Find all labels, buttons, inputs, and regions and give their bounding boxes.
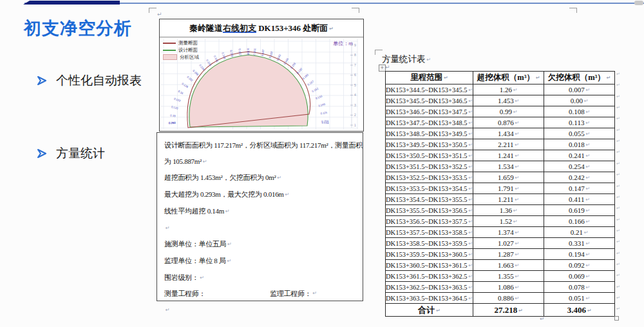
row-end-mark: ↵	[616, 172, 620, 177]
row-end-mark: ↵	[616, 150, 620, 155]
tunnel-section-chart: 987654321 0.2930.2530.190.1230.1220.160.…	[160, 37, 363, 131]
cell-mileage: DK153+350.5~DK153+351.5↵	[386, 150, 473, 161]
chart-title-text: 秦岭隧道	[189, 23, 223, 33]
scrollbar-fragment	[634, 1, 643, 5]
report-paragraph: 线性平均超挖 0.14m↵	[164, 203, 355, 220]
row-end-mark: ↵	[616, 217, 620, 223]
svg-text:3: 3	[354, 103, 356, 107]
volume-table: 里程范围↵ 超挖体积（m³）↵ 欠挖体积（m³）↵ DK153+344.5~DK…	[385, 71, 615, 317]
measurement-label: 0.253	[169, 121, 176, 124]
report-paragraph: 最大超挖为 0.293m，最大欠挖为 0.016m↵	[164, 186, 355, 203]
cell-mileage: DK153+362.5~DK153+363.5↵	[386, 282, 473, 293]
table-row: DK153+346.5~DK153+347.5↵0.99↵0.108↵	[386, 106, 615, 117]
cell-underbreak: 0.147↵	[544, 183, 615, 194]
measurement-label: 0.147	[261, 49, 265, 57]
margin-crop-mark	[352, 8, 359, 13]
svg-text:7: 7	[354, 63, 356, 67]
cell-mileage: DK153+354.5~DK153+355.5↵	[386, 194, 473, 205]
row-end-mark: ↵	[616, 184, 620, 189]
analysis-text-box: 设计断面面积为 117.217m²，分析区域面积为 117.217m²，测量面积…	[156, 132, 363, 301]
row-end-mark: ↵	[616, 251, 620, 256]
cell-underbreak: 0.194↵	[544, 249, 615, 260]
cell-overbreak: 0.876↵	[473, 117, 544, 128]
table-row: DK153+356.5~DK153+357.5↵1.52↵0.166↵	[386, 216, 615, 227]
row-end-mark: ↵	[616, 262, 620, 267]
cell-underbreak: 0.018↵	[544, 139, 615, 150]
table-row: DK153+344.5~DK153+345.5↵1.26↵0.007↵	[386, 84, 615, 95]
cell-mileage: DK153+347.5~DK153+348.5↵	[386, 117, 473, 128]
table-row: DK153+357.5~DK153+358.5↵1.374↵0.21↵	[386, 227, 615, 238]
cell-underbreak: 0.092↵	[544, 260, 615, 271]
chart-legend: 测量断面设计断面分析区域	[163, 40, 199, 60]
paragraph-mark: ↵	[329, 26, 334, 32]
legend-swatch	[163, 43, 176, 44]
cell-underbreak: 0.242↵	[544, 172, 615, 183]
cell-overbreak: 0.886↵	[473, 293, 544, 304]
measurement-label: 0.144	[283, 57, 289, 65]
row-end-mark: ↵	[616, 228, 620, 233]
unit-label: 单位：m	[333, 40, 353, 47]
svg-text:4: 4	[354, 93, 356, 97]
table-row: DK153+361.5~DK153+362.5↵1.355↵0.069↵	[386, 271, 615, 282]
arrow-bullet-icon	[37, 149, 47, 158]
table-row: DK153+362.5~DK153+363.5↵1.086↵0.078↵	[386, 282, 615, 293]
cell-overbreak: 1.36↵	[473, 205, 544, 216]
measurement-label: 0.158	[247, 48, 250, 55]
table-row: DK153+358.5~DK153+359.5↵1.027↵0.331↵	[386, 238, 615, 249]
measurement-label: 0.155	[229, 50, 234, 57]
report-paragraph: 设计断面面积为 117.217m²，分析区域面积为 117.217m²，测量面积	[164, 137, 355, 154]
row-end-mark: ↵	[616, 139, 620, 144]
arrow-bullet-icon	[37, 76, 47, 85]
header-overbreak: 超挖体积（m³）↵	[473, 72, 544, 84]
cell-overbreak: 1.355↵	[473, 271, 544, 282]
total-underbreak: 3.406↵	[544, 304, 615, 317]
cell-underbreak: 0.21↵	[544, 227, 615, 238]
cell-mileage: DK153+361.5~DK153+362.5↵	[386, 271, 473, 282]
svg-text:5: 5	[354, 83, 356, 87]
legend-item: 测量断面	[163, 40, 199, 46]
table-row: DK153+360.5~DK153+361.5↵1.663↵0.092↵	[386, 260, 615, 271]
cell-overbreak: 0.99↵	[473, 106, 544, 117]
chart-title-text: DK153+346 处断面	[256, 23, 328, 33]
report-paragraph: ↵	[164, 220, 355, 237]
cell-mileage: DK153+357.5~DK153+358.5↵	[386, 227, 473, 238]
measurement-label: 0.141	[213, 55, 219, 63]
cell-overbreak: 1.434↵	[473, 128, 544, 139]
chart-title-link[interactable]: 右线初支	[223, 23, 256, 33]
row-end-mark: ↵	[616, 206, 620, 211]
table-row: DK153+363.5~DK153+364.5↵0.886↵0.051↵	[386, 293, 615, 304]
cell-overbreak: 1.211↵	[473, 194, 544, 205]
cell-mileage: DK153+355.5~DK153+356.5↵	[386, 205, 473, 216]
table-resize-handle[interactable]	[614, 316, 619, 321]
margin-crop-mark	[149, 8, 156, 13]
cell-mileage: DK153+344.5~DK153+345.5↵	[386, 84, 473, 95]
row-end-mark: ↵	[616, 116, 620, 121]
row-end-mark: ↵	[616, 83, 620, 88]
row-end-mark: ↵	[616, 72, 620, 77]
cell-overbreak: 1.287↵	[473, 249, 544, 260]
row-end-mark: ↵	[616, 273, 620, 278]
section-report-figure: 秦岭隧道右线初支 DK153+346 处断面↵ 987654321 0.2930…	[159, 19, 364, 132]
total-label: 合计↵	[386, 304, 473, 317]
cell-overbreak: 1.453↵	[473, 95, 544, 106]
row-end-mark: ↵	[616, 195, 620, 200]
cell-mileage: DK153+351.5~DK153+352.5↵	[386, 161, 473, 172]
legend-swatch	[163, 54, 177, 60]
cell-overbreak: 1.027↵	[473, 238, 544, 249]
table-row: DK153+350.5~DK153+351.5↵1.241↵0.241↵	[386, 150, 615, 161]
volume-table-title: 方量统计表↵	[382, 54, 431, 65]
cell-overbreak: 1.52↵	[473, 216, 544, 227]
measurement-label: 0.134	[322, 121, 330, 124]
margin-crop-mark	[569, 8, 577, 13]
total-overbreak: 27.218↵	[473, 304, 544, 317]
row-end-mark: ↵	[616, 128, 620, 133]
cell-underbreak: 0.411↵	[544, 194, 615, 205]
legend-swatch	[163, 50, 176, 51]
svg-text:2: 2	[354, 113, 356, 117]
legend-label: 测量断面	[178, 40, 198, 46]
cell-overbreak: 1.659↵	[473, 172, 544, 183]
table-row: DK153+355.5~DK153+356.5↵1.36↵0.619↵	[386, 205, 615, 216]
report-paragraph: 监理单位：单位 8 局↵	[164, 253, 355, 270]
cell-underbreak: 0.00↵	[544, 95, 615, 106]
top-accent-bar	[23, 1, 120, 5]
